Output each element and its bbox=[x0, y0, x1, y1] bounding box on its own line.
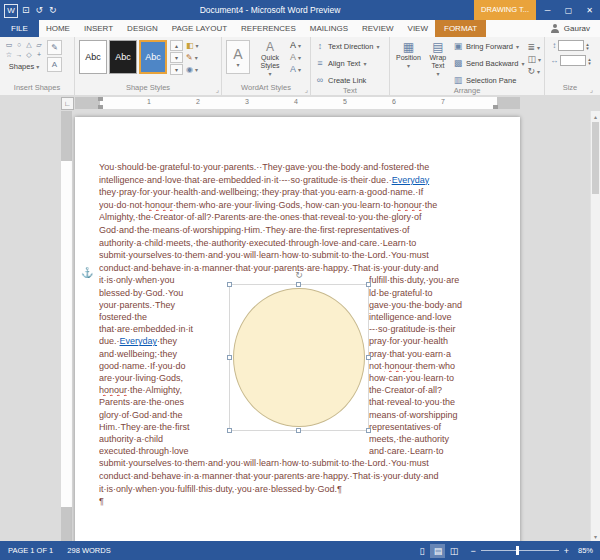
resize-handle-w[interactable] bbox=[227, 355, 232, 360]
shapes-gallery-button[interactable]: ▭○△▱☆→◇+ Shapes ▾ bbox=[4, 40, 44, 71]
text-fill-button[interactable]: A ▾ bbox=[290, 40, 301, 50]
contextual-tab-group-label[interactable]: DRAWING T... bbox=[474, 0, 536, 20]
tab-home[interactable]: HOME bbox=[39, 20, 77, 37]
tab-references[interactable]: REFERENCES bbox=[234, 20, 303, 37]
group-objects-button[interactable]: ◫ ▾ bbox=[527, 54, 541, 64]
tab-design[interactable]: DESIGN bbox=[120, 20, 165, 37]
zoom-slider[interactable] bbox=[481, 550, 559, 551]
dialog-launcher-icon[interactable]: ⌟ bbox=[590, 86, 593, 94]
right-indent-marker[interactable] bbox=[493, 105, 498, 109]
selection-pane-button[interactable]: ▥Selection Pane bbox=[453, 75, 525, 85]
minimize-button[interactable]: ─ bbox=[537, 0, 558, 20]
save-icon[interactable]: ⊡ bbox=[22, 5, 30, 15]
tab-stop-selector[interactable]: ∟ bbox=[61, 97, 74, 110]
shape-glyph-icon[interactable]: ◇ bbox=[24, 50, 34, 60]
shape-glyph-icon[interactable]: △ bbox=[24, 40, 34, 50]
shape-glyph-icon[interactable]: ☆ bbox=[4, 50, 14, 60]
document-text-line: Parents·are·the·ones bbox=[99, 396, 229, 408]
shape-glyph-icon[interactable]: ▱ bbox=[34, 40, 44, 50]
text-outline-button[interactable]: A ▾ bbox=[290, 52, 301, 62]
zoom-slider-thumb[interactable] bbox=[516, 546, 519, 555]
width-stepper[interactable]: ▴ ▾ bbox=[588, 57, 591, 65]
zoom-level[interactable]: 85% bbox=[578, 546, 593, 555]
send-backward-button[interactable]: ▩Send Backward▾ bbox=[453, 58, 525, 68]
bring-forward-button[interactable]: ▣Bring Forward▾ bbox=[453, 41, 525, 51]
first-line-indent-marker[interactable] bbox=[98, 97, 103, 101]
status-bar: PAGE 1 OF 1 298 WORDS ▯ ▤ ◫ − + 85% bbox=[0, 541, 600, 560]
horizontal-ruler[interactable]: 1234567 bbox=[75, 97, 520, 109]
resize-handle-sw[interactable] bbox=[227, 428, 232, 433]
shape-height-field[interactable]: ↕ ▴ ▾ bbox=[552, 40, 589, 51]
zoom-in-icon[interactable]: + bbox=[564, 546, 569, 556]
gallery-more-icon[interactable]: ▾ bbox=[170, 64, 183, 75]
resize-handle-ne[interactable] bbox=[366, 282, 371, 287]
resize-handle-s[interactable] bbox=[296, 428, 301, 433]
undo-icon[interactable]: ↺ bbox=[36, 5, 44, 15]
shape-style-preset-1[interactable]: Abc bbox=[79, 40, 107, 74]
height-stepper[interactable]: ▴ ▾ bbox=[586, 42, 589, 50]
page-count[interactable]: PAGE 1 OF 1 bbox=[8, 546, 53, 555]
zoom-out-icon[interactable]: − bbox=[470, 546, 475, 556]
resize-handle-se[interactable] bbox=[366, 428, 371, 433]
text-direction-button[interactable]: ↕Text Direction▾ bbox=[315, 41, 379, 51]
width-input[interactable] bbox=[560, 55, 586, 66]
resize-handle-n[interactable] bbox=[296, 282, 301, 287]
quick-styles-button[interactable]: A Quick Styles ▾ bbox=[253, 40, 287, 78]
print-layout-icon[interactable]: ▤ bbox=[430, 544, 445, 558]
text-effects-button[interactable]: A ▾ bbox=[290, 64, 301, 74]
shape-fill-button[interactable]: ◧ ▾ bbox=[186, 41, 199, 50]
account-area[interactable]: Gaurav bbox=[551, 20, 600, 37]
read-mode-icon[interactable]: ▯ bbox=[414, 544, 429, 558]
resize-handle-e[interactable] bbox=[366, 355, 371, 360]
create-link-button[interactable]: ∞Create Link bbox=[315, 75, 379, 85]
anchor-icon[interactable]: ⚓ bbox=[81, 267, 93, 278]
gallery-down-icon[interactable]: ▾ bbox=[170, 52, 183, 63]
dialog-launcher-icon[interactable]: ⌟ bbox=[216, 86, 219, 94]
shape-style-preset-2[interactable]: Abc bbox=[109, 40, 137, 74]
title-bar: W ⊡ ↺ ↻ Document4 - Microsoft Word Previ… bbox=[0, 0, 600, 20]
vertical-scrollbar[interactable]: ▴ ▾ bbox=[590, 111, 600, 541]
scroll-up-icon[interactable]: ▴ bbox=[591, 111, 600, 121]
page-text[interactable]: You·should·be·grateful·to·your·parents.·… bbox=[99, 161, 496, 508]
scroll-down-icon[interactable]: ▾ bbox=[591, 531, 600, 541]
web-layout-icon[interactable]: ◫ bbox=[446, 544, 461, 558]
shape-style-preset-3[interactable]: Abc bbox=[139, 40, 167, 74]
rotate-objects-button[interactable]: ↻ ▾ bbox=[527, 66, 541, 76]
shape-glyph-icon[interactable]: ○ bbox=[14, 40, 24, 50]
tab-file[interactable]: FILE bbox=[0, 20, 39, 37]
wrap-text-button[interactable]: ▤ Wrap Text ▾ bbox=[426, 40, 450, 78]
oval-shape[interactable]: ↻ bbox=[229, 284, 369, 431]
tab-review[interactable]: REVIEW bbox=[355, 20, 401, 37]
shape-outline-button[interactable]: ✎ ▾ bbox=[186, 53, 199, 62]
position-button[interactable]: ▦ Position ▾ bbox=[394, 40, 423, 70]
left-indent-marker[interactable] bbox=[98, 105, 103, 109]
edit-shape-icon[interactable]: ✎ bbox=[47, 40, 62, 55]
page[interactable]: ⚓ You·should·be·grateful·to·your·parents… bbox=[75, 117, 520, 541]
shape-width-field[interactable]: ↔ ▴ ▾ bbox=[550, 55, 591, 66]
dialog-launcher-icon[interactable]: ⌟ bbox=[305, 86, 308, 94]
rotate-handle-icon[interactable]: ↻ bbox=[295, 270, 303, 280]
tab-mailings[interactable]: MAILINGS bbox=[303, 20, 355, 37]
shape-effects-button[interactable]: ◉ ▾ bbox=[186, 65, 199, 74]
tab-format[interactable]: FORMAT bbox=[435, 20, 486, 37]
tab-page-layout[interactable]: PAGE LAYOUT bbox=[165, 20, 234, 37]
close-button[interactable]: ✕ bbox=[579, 0, 600, 20]
wordart-gallery-button[interactable]: A ▾ bbox=[226, 40, 250, 74]
tab-view[interactable]: VIEW bbox=[401, 20, 435, 37]
oval-fill[interactable] bbox=[233, 288, 365, 427]
maximize-button[interactable]: ▢ bbox=[558, 0, 579, 20]
shape-glyph-icon[interactable]: + bbox=[34, 50, 44, 60]
align-objects-button[interactable]: ≣ ▾ bbox=[527, 42, 541, 52]
tab-insert[interactable]: INSERT bbox=[77, 20, 120, 37]
word-count[interactable]: 298 WORDS bbox=[67, 546, 110, 555]
scrollbar-thumb[interactable] bbox=[592, 122, 599, 194]
redo-icon[interactable]: ↻ bbox=[49, 5, 57, 15]
gallery-up-icon[interactable]: ▴ bbox=[170, 40, 183, 51]
vertical-ruler[interactable] bbox=[61, 111, 72, 541]
align-text-button[interactable]: ≡Align Text▾ bbox=[315, 58, 379, 68]
shape-glyph-icon[interactable]: → bbox=[14, 50, 24, 60]
draw-text-box-icon[interactable]: A bbox=[47, 57, 62, 72]
height-input[interactable] bbox=[558, 40, 584, 51]
resize-handle-nw[interactable] bbox=[227, 282, 232, 287]
shape-glyph-icon[interactable]: ▭ bbox=[4, 40, 14, 50]
